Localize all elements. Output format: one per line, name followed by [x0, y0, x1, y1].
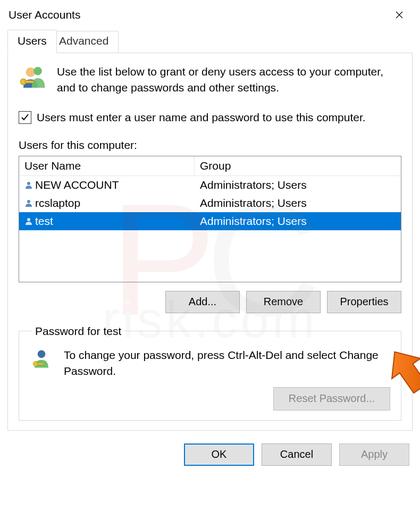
remove-button[interactable]: Remove	[246, 291, 321, 313]
password-hint-text: To change your password, press Ctrl-Alt-…	[64, 347, 390, 380]
password-group: Password for test To change your passwor…	[19, 325, 401, 421]
list-caption: Users for this computer:	[19, 139, 401, 152]
table-row[interactable]: testAdministrators; Users	[19, 212, 401, 230]
require-password-checkbox[interactable]	[19, 111, 31, 124]
listview-header: User Name Group	[19, 156, 401, 176]
password-group-legend: Password for test	[32, 325, 124, 338]
titlebar: User Accounts	[0, 0, 420, 26]
user-icon	[24, 181, 33, 189]
tab-advanced-label: Advanced	[59, 35, 108, 47]
users-listview[interactable]: User Name Group NEW ACCOUNTAdministrator…	[19, 156, 401, 282]
require-password-label: Users must enter a user name and passwor…	[37, 111, 366, 124]
add-button[interactable]: Add...	[165, 291, 240, 313]
hint-text: Use the list below to grant or deny user…	[57, 64, 401, 96]
svg-rect-3	[25, 81, 33, 83]
group-cell: Administrators; Users	[200, 215, 307, 228]
column-username[interactable]: User Name	[19, 156, 195, 175]
table-row[interactable]: rcslaptopAdministrators; Users	[19, 194, 401, 212]
table-row[interactable]: NEW ACCOUNTAdministrators; Users	[19, 176, 401, 194]
checkmark-icon	[21, 113, 29, 122]
svg-point-6	[27, 218, 30, 221]
users-panel: Use the list below to grant or deny user…	[7, 53, 413, 431]
group-cell: Administrators; Users	[200, 197, 307, 210]
column-group[interactable]: Group	[195, 156, 401, 175]
tab-users[interactable]: Users	[7, 30, 57, 53]
tab-users-label: Users	[18, 35, 47, 47]
dialog-buttons: OK Cancel Apply	[0, 434, 420, 466]
window-title: User Accounts	[9, 9, 80, 21]
user-name-cell: NEW ACCOUNT	[35, 179, 119, 191]
cancel-button[interactable]: Cancel	[262, 443, 332, 466]
properties-button[interactable]: Properties	[327, 291, 401, 313]
tab-advanced[interactable]: Advanced	[49, 31, 119, 53]
apply-button[interactable]: Apply	[339, 443, 409, 466]
user-icon	[24, 199, 33, 207]
close-button[interactable]	[387, 6, 411, 23]
svg-point-7	[38, 350, 46, 358]
svg-point-5	[27, 200, 30, 203]
user-name-cell: rcslaptop	[35, 197, 80, 210]
user-name-cell: test	[35, 215, 53, 228]
tab-strip: Users Advanced	[7, 31, 413, 53]
svg-point-1	[33, 67, 42, 76]
group-cell: Administrators; Users	[200, 179, 307, 191]
svg-rect-9	[37, 363, 44, 365]
user-key-icon	[30, 347, 53, 371]
close-icon	[396, 11, 403, 19]
users-keys-icon	[19, 64, 47, 93]
user-icon	[24, 217, 33, 225]
svg-point-4	[27, 182, 30, 185]
ok-button[interactable]: OK	[184, 443, 254, 466]
reset-password-button[interactable]: Reset Password...	[273, 387, 390, 411]
